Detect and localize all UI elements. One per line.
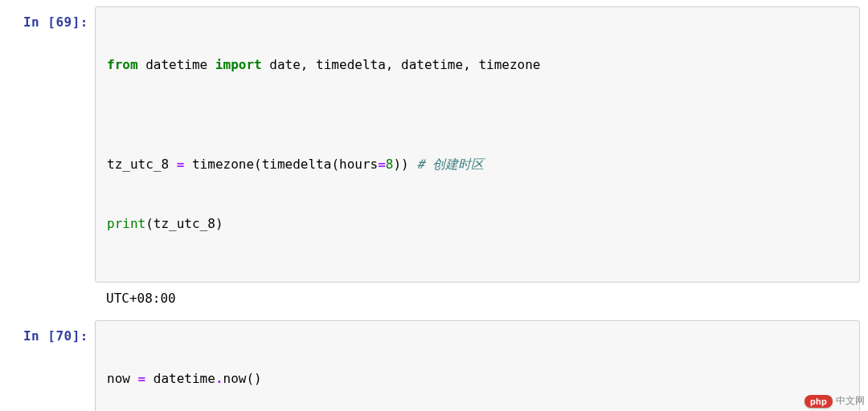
watermark-badge: php 中文网 <box>805 394 865 408</box>
cell-70: In [70]: now = datetime.now() print(now)… <box>5 320 860 411</box>
cell-prompt: In [70]: <box>5 320 95 344</box>
watermark-pill: php <box>805 395 833 408</box>
watermark-text: 中文网 <box>836 394 865 408</box>
cell-output: UTC+08:00 <box>95 283 860 319</box>
comment: # 创建时区 <box>416 157 483 172</box>
code-input[interactable]: from datetime import date, timedelta, da… <box>95 6 860 283</box>
builtin-print: print <box>107 216 145 231</box>
keyword-from: from <box>107 57 138 72</box>
keyword-import: import <box>215 57 262 72</box>
cell-prompt: In [69]: <box>5 6 95 30</box>
cell-69: In [69]: from datetime import date, time… <box>5 6 860 319</box>
code-input[interactable]: now = datetime.now() print(now) <box>95 320 860 411</box>
notebook-container: In [69]: from datetime import date, time… <box>0 0 868 411</box>
